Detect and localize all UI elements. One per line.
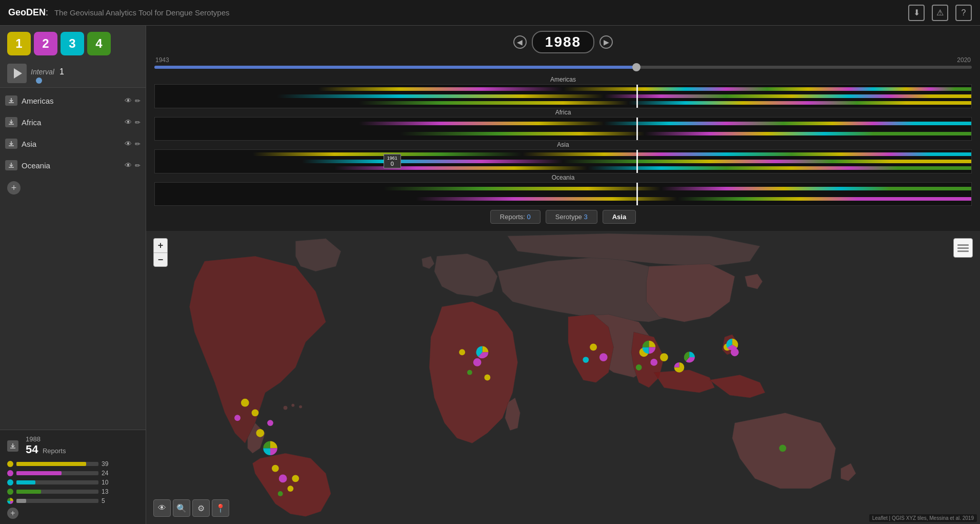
timeline-footer: Reports: 0 Serotype 3 Asia — [154, 206, 972, 226]
svg-point-17 — [467, 370, 472, 375]
region-download-icon-americas[interactable] — [5, 95, 17, 106]
reports-button[interactable]: Reports: 0 — [490, 210, 541, 224]
stats-download-button[interactable] — [7, 440, 18, 452]
year-slider-track[interactable] — [154, 66, 972, 69]
legend-bar-fill-2 — [16, 471, 62, 475]
region-item-oceania[interactable]: Oceania 👁 ✏ — [0, 154, 146, 176]
help-icon[interactable]: ? — [955, 5, 972, 21]
serotype-button[interactable]: Serotype 3 — [546, 210, 597, 224]
tl-mini-year: 1961 — [387, 156, 397, 161]
legend-bar-fill-3 — [16, 480, 35, 484]
play-triangle-icon — [14, 68, 22, 79]
world-map — [146, 231, 980, 524]
legend-bar-fill-1 — [16, 462, 86, 466]
region-eye-africa[interactable]: 👁 — [125, 118, 132, 126]
region-button[interactable]: Asia — [603, 210, 636, 224]
region-eye-oceania[interactable]: 👁 — [125, 161, 132, 169]
svg-point-27 — [779, 444, 786, 452]
zoom-out-button[interactable]: − — [153, 253, 168, 267]
year-range-start: 1943 — [155, 56, 169, 64]
interval-value: 1 — [59, 67, 64, 76]
serotype-4-button[interactable]: 4 — [87, 32, 111, 55]
header: GeoDEN: The Geovisual Analytics Tool for… — [0, 0, 980, 26]
year-slider-thumb[interactable] — [632, 63, 641, 71]
legend-dot-4 — [7, 489, 13, 495]
tl-cursor-americas — [636, 85, 638, 108]
svg-point-3 — [299, 405, 302, 409]
svg-point-14 — [459, 349, 465, 355]
region-name-americas: Americas — [22, 96, 125, 105]
legend-count-3: 10 — [102, 479, 112, 486]
svg-point-5 — [252, 410, 259, 417]
serotype-3-button[interactable]: 3 — [61, 32, 84, 55]
region-download-icon-africa[interactable] — [5, 117, 17, 127]
download-icon[interactable]: ⬇ — [908, 5, 925, 21]
region-download-icon-oceania[interactable] — [5, 160, 17, 170]
zoom-in-button[interactable]: + — [153, 238, 168, 253]
region-tl-bars-africa[interactable] — [154, 117, 972, 141]
map-zoom-controls: + − — [153, 238, 168, 267]
map-eye-button[interactable]: 👁 — [153, 499, 171, 517]
map-settings-button[interactable]: ⚙ — [192, 499, 210, 517]
year-next-button[interactable]: ▶ — [599, 35, 613, 49]
region-item-americas[interactable]: Americas 👁 ✏ — [0, 90, 146, 111]
play-button[interactable] — [7, 64, 27, 83]
map-layer-button[interactable] — [953, 238, 973, 258]
legend-dot-2 — [7, 470, 13, 476]
warning-icon[interactable]: ⚠ — [932, 5, 948, 21]
legend-row-1: 39 — [7, 460, 138, 468]
region-edit-americas[interactable]: ✏ — [135, 97, 141, 105]
region-edit-oceania[interactable]: ✏ — [135, 162, 141, 169]
map-zoom-button[interactable]: 🔍 — [173, 499, 190, 517]
region-eye-asia[interactable]: 👁 — [125, 140, 132, 148]
legend-bar-fill-multi — [16, 499, 26, 503]
add-region-button[interactable]: + — [7, 181, 21, 195]
svg-point-13 — [292, 475, 299, 482]
legend-count-4: 13 — [102, 488, 112, 495]
region-edit-asia[interactable]: ✏ — [135, 140, 141, 148]
legend-row-multi: 5 — [7, 497, 138, 504]
svg-point-11 — [287, 486, 293, 492]
svg-point-10 — [279, 475, 287, 483]
region-timeline-asia: Asia 1961 0 — [154, 141, 972, 173]
region-tl-label-asia: Asia — [154, 141, 972, 148]
main-layout: 1 2 3 4 Interval 1 — [0, 26, 980, 524]
legend-rows: 39 24 10 — [7, 460, 138, 504]
app-name-sep: : — [46, 7, 48, 17]
svg-point-9 — [272, 465, 279, 472]
serotype-value: 3 — [584, 213, 587, 221]
legend-count-1: 39 — [102, 460, 112, 468]
region-item-asia[interactable]: Asia 👁 ✏ — [0, 133, 146, 154]
svg-point-2 — [291, 404, 294, 407]
year-display: 1988 — [532, 31, 594, 53]
map-area[interactable]: + − 👁 🔍 ⚙ 📍 Leaflet | QGIS XYZ tiles, Me… — [146, 231, 980, 524]
region-edit-africa[interactable]: ✏ — [135, 119, 141, 126]
region-tl-bars-asia[interactable]: 1961 0 — [154, 149, 972, 173]
svg-point-12 — [278, 491, 283, 496]
map-pin-button[interactable]: 📍 — [212, 499, 229, 517]
svg-point-24 — [660, 353, 668, 361]
serotype-1-button[interactable]: 1 — [7, 32, 31, 55]
year-slider-fill — [154, 66, 636, 69]
svg-point-6 — [234, 415, 241, 421]
reports-value: 0 — [527, 213, 531, 221]
tl-mini-val: 0 — [387, 161, 397, 167]
svg-rect-28 — [957, 244, 969, 246]
region-download-icon-asia[interactable] — [5, 139, 17, 149]
serotype-2-button[interactable]: 2 — [34, 32, 57, 55]
svg-point-15 — [473, 358, 482, 366]
svg-point-19 — [599, 353, 608, 361]
interval-thumb — [36, 77, 42, 84]
region-tl-label-americas: Americas — [154, 76, 972, 83]
svg-point-20 — [583, 357, 589, 363]
add-chart-button[interactable]: + — [7, 508, 18, 519]
region-eye-americas[interactable]: 👁 — [125, 96, 132, 105]
region-tl-bars-oceania[interactable] — [154, 182, 972, 206]
app-name-sub: The Geovisual Analytics Tool for Dengue … — [52, 8, 229, 17]
region-tl-bars-americas[interactable] — [154, 84, 972, 108]
year-prev-button[interactable]: ◀ — [513, 35, 527, 49]
region-item-africa[interactable]: Africa 👁 ✏ — [0, 111, 146, 133]
header-icons: ⬇ ⚠ ? — [908, 5, 972, 21]
layers-icon — [957, 242, 969, 254]
tl-cursor-africa — [636, 118, 638, 141]
